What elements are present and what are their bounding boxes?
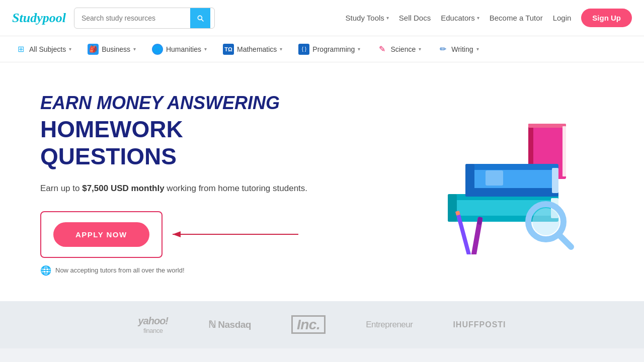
- nav-become-tutor[interactable]: Become a Tutor: [490, 14, 543, 22]
- press-logo-inc: Inc.: [291, 317, 326, 333]
- chevron-down-icon: ▾: [476, 46, 479, 52]
- chevron-down-icon: ▾: [204, 46, 207, 52]
- press-logo-entrepreneur: Entrepreneur: [366, 320, 413, 330]
- pen-icon: ✏: [437, 44, 448, 55]
- svg-rect-16: [486, 170, 503, 186]
- globe-icon: 🌐: [152, 44, 163, 55]
- svg-rect-4: [528, 124, 566, 128]
- svg-rect-15: [552, 168, 558, 193]
- subject-humanities[interactable]: 🌐 Humanities ▾: [145, 41, 214, 58]
- subject-science[interactable]: ✎ Science ▾: [369, 41, 428, 58]
- svg-rect-5: [562, 126, 566, 176]
- hero-description: Earn up to $7,500 USD monthly working fr…: [40, 182, 312, 195]
- svg-rect-12: [465, 164, 558, 170]
- svg-line-25: [558, 234, 571, 247]
- svg-point-24: [532, 208, 559, 235]
- books-illustration: [433, 99, 594, 254]
- chevron-down-icon: ▾: [133, 46, 136, 52]
- signup-button[interactable]: Sign Up: [581, 9, 632, 27]
- chevron-down-icon: ▾: [280, 46, 282, 52]
- hero-title-line2: HOMEWORK QUESTIONS: [40, 116, 312, 170]
- subject-all-subjects[interactable]: ⊞ All Subjects ▾: [8, 41, 78, 58]
- science-icon: ✎: [376, 44, 387, 55]
- search-input[interactable]: [74, 10, 190, 26]
- chevron-down-icon: ▾: [419, 46, 421, 52]
- nav-study-tools[interactable]: Study Tools ▾: [346, 14, 389, 22]
- chevron-down-icon: ▾: [477, 15, 479, 21]
- nav-login[interactable]: Login: [553, 14, 572, 22]
- nav-sell-docs[interactable]: Sell Docs: [399, 14, 431, 22]
- press-bar: yahoo! finance ℕ Nasdaq Inc. Entrepreneu…: [0, 301, 644, 348]
- press-logo-yahoo: yahoo! finance: [138, 315, 168, 334]
- nav-educators[interactable]: Educators ▾: [441, 14, 479, 22]
- search-bar: [74, 8, 215, 29]
- math-icon: TΩ: [223, 44, 234, 55]
- briefcase-icon: 🎒: [88, 44, 99, 55]
- apply-now-button[interactable]: APPLY NOW: [53, 222, 149, 247]
- code-icon: { }: [298, 44, 309, 55]
- press-logo-huffpost: IHUFFPOSTI: [453, 320, 506, 330]
- hero-section: EARN MONEY ANSWERING HOMEWORK QUESTIONS …: [0, 62, 644, 301]
- chevron-down-icon: ▾: [358, 46, 360, 52]
- press-logo-nasdaq: ℕ Nasdaq: [208, 319, 251, 330]
- svg-rect-14: [465, 164, 474, 197]
- subject-mathematics[interactable]: TΩ Mathematics ▾: [216, 41, 289, 58]
- subject-programming[interactable]: { } Programming ▾: [291, 41, 367, 58]
- chevron-down-icon: ▾: [386, 15, 389, 21]
- site-header: Studypool Study Tools ▾ Sell Docs Educat…: [0, 0, 644, 36]
- subjects-bar: ⊞ All Subjects ▾ 🎒 Business ▾ 🌐 Humaniti…: [0, 36, 644, 62]
- hero-title-line1: EARN MONEY ANSWERING: [40, 93, 312, 114]
- accepting-text: 🌐 Now accepting tutors from all over the…: [40, 265, 312, 276]
- main-nav: Study Tools ▾ Sell Docs Educators ▾ Beco…: [346, 9, 632, 27]
- hero-illustration: [433, 99, 604, 269]
- svg-rect-13: [465, 188, 558, 197]
- hero-text: EARN MONEY ANSWERING HOMEWORK QUESTIONS …: [40, 93, 312, 276]
- globe-small-icon: 🌐: [40, 265, 51, 276]
- site-logo[interactable]: Studypool: [12, 11, 66, 26]
- search-button[interactable]: [190, 8, 210, 28]
- subject-writing[interactable]: ✏ Writing ▾: [430, 41, 486, 58]
- subject-business[interactable]: 🎒 Business ▾: [80, 41, 143, 58]
- chevron-down-icon: ▾: [69, 46, 71, 52]
- grid-icon: ⊞: [15, 44, 26, 55]
- apply-box: APPLY NOW: [40, 211, 163, 258]
- svg-rect-9: [448, 194, 457, 222]
- arrow-decoration: [168, 229, 298, 239]
